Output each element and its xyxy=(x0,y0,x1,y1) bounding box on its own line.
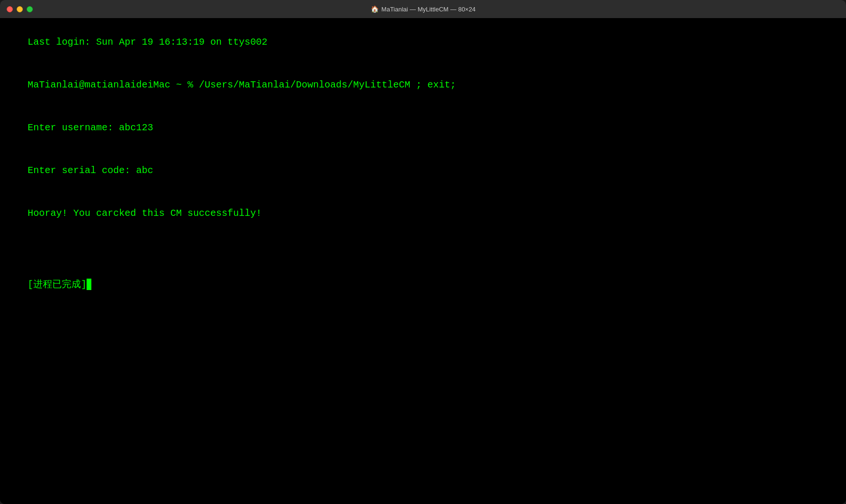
maximize-button[interactable] xyxy=(27,6,33,12)
titlebar: 🏠 MaTianlai — MyLittleCM — 80×24 xyxy=(0,0,846,18)
terminal-line-2: MaTianlai@matianlaideiMac ~ % /Users/MaT… xyxy=(28,79,456,90)
terminal-line-5: Hooray! You carcked this CM successfully… xyxy=(28,208,262,219)
terminal-cursor xyxy=(87,279,91,290)
house-icon: 🏠 xyxy=(371,5,379,13)
terminal-line-7: [进程已完成] xyxy=(28,279,87,290)
minimize-button[interactable] xyxy=(17,6,23,12)
title-text: MaTianlai — MyLittleCM — 80×24 xyxy=(382,6,476,13)
terminal-line-1: Last login: Sun Apr 19 16:13:19 on ttys0… xyxy=(28,37,267,48)
window-title: 🏠 MaTianlai — MyLittleCM — 80×24 xyxy=(371,5,476,13)
terminal-window: 🏠 MaTianlai — MyLittleCM — 80×24 Last lo… xyxy=(0,0,846,504)
traffic-lights xyxy=(7,6,33,12)
terminal-line-3: Enter username: abc123 xyxy=(28,122,153,133)
close-button[interactable] xyxy=(7,6,13,12)
terminal-line-4: Enter serial code: abc xyxy=(28,165,153,176)
terminal-content[interactable]: Last login: Sun Apr 19 16:13:19 on ttys0… xyxy=(0,18,846,504)
